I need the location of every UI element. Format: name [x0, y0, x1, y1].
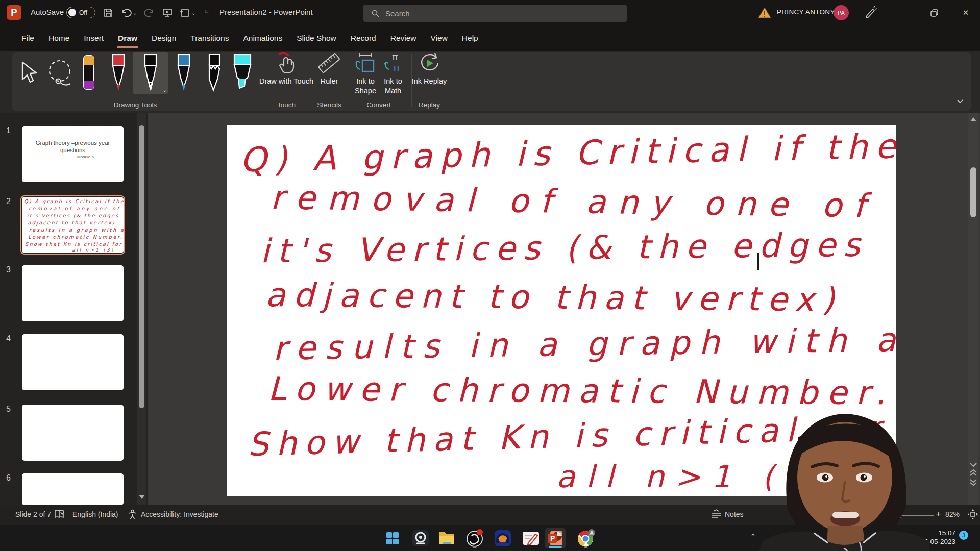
- spell-check-icon[interactable]: [54, 509, 64, 521]
- slide-thumbnail-2[interactable]: Q) A graph is Critical if the removal of…: [22, 197, 124, 253]
- pen-options-chevron-icon[interactable]: ⌄: [163, 87, 167, 93]
- notes-button[interactable]: Notes: [725, 510, 744, 518]
- tab-slideshow[interactable]: Slide Show: [289, 30, 344, 47]
- undo-chevron-icon[interactable]: ⌄: [133, 10, 137, 16]
- start-button[interactable]: [382, 528, 403, 548]
- new-slide-icon[interactable]: [177, 5, 193, 21]
- audio-app-icon: [494, 530, 511, 547]
- obs-studio-button[interactable]: [464, 528, 485, 548]
- scroll-down-icon[interactable]: [970, 462, 977, 467]
- ruler-button[interactable]: Ruler: [309, 52, 350, 86]
- search-placeholder: Search: [385, 9, 410, 18]
- accessibility-icon[interactable]: [128, 509, 137, 521]
- main-scrollbar-thumb[interactable]: [970, 167, 976, 217]
- slide-thumbnail-5[interactable]: [22, 405, 124, 461]
- highlighter-tool[interactable]: [229, 53, 256, 93]
- pencil-tool[interactable]: [201, 53, 228, 93]
- tab-view[interactable]: View: [424, 30, 455, 47]
- tab-draw[interactable]: Draw: [111, 30, 144, 47]
- lasso-select-tool[interactable]: [43, 53, 80, 93]
- avatar[interactable]: PA: [834, 5, 849, 20]
- save-icon[interactable]: [100, 5, 116, 21]
- zoom-slider-tick: [900, 512, 901, 518]
- ink-to-math-button[interactable]: ππ Ink to Math: [377, 52, 409, 96]
- taskbar-clock[interactable]: 15:07 15-05-2023: [914, 529, 955, 546]
- blue-pen-tool[interactable]: [172, 53, 196, 93]
- tab-file[interactable]: File: [14, 30, 41, 47]
- ink-cursor: [757, 253, 760, 270]
- tab-review[interactable]: Review: [383, 30, 424, 47]
- eraser-tool[interactable]: [78, 53, 100, 93]
- ink-replay-button[interactable]: Ink Replay: [411, 52, 447, 86]
- new-slide-chevron-icon[interactable]: ⌄: [191, 10, 195, 16]
- whiteboard-app-button[interactable]: [521, 528, 541, 548]
- file-explorer-button[interactable]: [436, 528, 457, 548]
- tab-animations[interactable]: Animations: [236, 30, 290, 47]
- camera-app-button[interactable]: [410, 528, 431, 548]
- powerpoint-taskbar-button[interactable]: P: [545, 528, 566, 548]
- account-name[interactable]: PRINCY ANTONY: [777, 8, 835, 16]
- powerpoint-logo-icon[interactable]: P: [7, 5, 21, 20]
- red-pen-tool[interactable]: [105, 53, 132, 93]
- tab-design[interactable]: Design: [144, 30, 183, 47]
- audio-app-button[interactable]: [493, 528, 513, 548]
- group-separator: [449, 54, 449, 107]
- next-slide-button[interactable]: [970, 479, 977, 486]
- zoom-in-icon[interactable]: +: [936, 509, 941, 520]
- svg-text:P: P: [550, 534, 555, 542]
- svg-text:removal of any one of: removal of any one of: [29, 206, 120, 212]
- notification-badge[interactable]: 3: [959, 531, 968, 540]
- tab-insert[interactable]: Insert: [77, 30, 111, 47]
- qat-overflow-icon[interactable]: ⍗: [205, 9, 208, 15]
- zoom-level[interactable]: 82%: [945, 510, 960, 518]
- tab-home[interactable]: Home: [41, 30, 77, 47]
- svg-text:all n>1 (3): all n>1 (3): [72, 247, 113, 253]
- main-scrollbar[interactable]: [968, 113, 978, 505]
- slide-number-1: 1: [6, 126, 16, 135]
- scroll-up-icon[interactable]: [970, 117, 976, 121]
- chrome-button[interactable]: [576, 528, 596, 548]
- close-button[interactable]: ✕: [954, 0, 977, 26]
- tray-overflow-icon[interactable]: ⌃: [750, 533, 756, 540]
- slide-thumbnail-6[interactable]: [22, 473, 124, 505]
- minimize-button[interactable]: —: [891, 0, 914, 26]
- whats-new-pen-icon[interactable]: [863, 5, 878, 22]
- warning-icon[interactable]: [758, 7, 771, 21]
- tab-help[interactable]: Help: [455, 30, 485, 47]
- group-separator: [346, 54, 346, 107]
- fit-slide-icon[interactable]: [968, 509, 978, 521]
- draw-with-touch-button[interactable]: Draw with Touch: [258, 52, 314, 86]
- ruler-label: Ruler: [321, 77, 338, 86]
- slide-thumbnail-3[interactable]: [22, 265, 124, 321]
- slide-thumbnail-panel: 1 Graph theory –previous year questions …: [0, 113, 148, 505]
- tab-record[interactable]: Record: [344, 30, 383, 47]
- collapse-ribbon-icon[interactable]: [955, 98, 965, 107]
- clock-date: 15-05-2023: [914, 537, 955, 546]
- slide-canvas[interactable]: Q) A graph is Critical if the removal of…: [227, 125, 896, 496]
- group-label-touch: Touch: [277, 101, 296, 109]
- tab-transitions[interactable]: Transitions: [183, 30, 236, 47]
- zoom-slider[interactable]: [868, 515, 934, 516]
- whiteboard-app-icon: [522, 531, 540, 546]
- thumbnail-scroll-down-icon[interactable]: [139, 495, 145, 499]
- start-slideshow-icon[interactable]: [159, 5, 176, 21]
- previous-slide-button[interactable]: [970, 469, 977, 477]
- restore-button[interactable]: [922, 0, 946, 26]
- thumbnail-scrollbar-thumb[interactable]: [139, 125, 144, 408]
- windows-logo-icon: [386, 532, 399, 545]
- slide-indicator[interactable]: Slide 2 of 7: [15, 510, 51, 518]
- black-pen-tool[interactable]: ⌄: [133, 52, 168, 94]
- select-tool[interactable]: [15, 53, 40, 93]
- zoom-slider-thumb[interactable]: [889, 510, 894, 521]
- group-label-stencils: Stencils: [317, 101, 341, 109]
- slide-thumbnail-4[interactable]: [22, 334, 124, 390]
- accessibility-status[interactable]: Accessibility: Investigate: [141, 510, 218, 518]
- language-status[interactable]: English (India): [72, 510, 118, 518]
- draw-with-touch-icon: [275, 52, 298, 74]
- thumbnail-scrollbar[interactable]: [137, 113, 146, 505]
- autosave-toggle[interactable]: Off: [66, 7, 95, 18]
- slide-thumbnail-1[interactable]: Graph theory –previous year questions Mo…: [22, 126, 124, 182]
- search-input[interactable]: Search: [363, 5, 627, 22]
- toggle-knob: [68, 9, 76, 16]
- title-bar: P AutoSave Off ⌄ ⌄ ⍗ Presentation2 - Pow…: [0, 0, 980, 26]
